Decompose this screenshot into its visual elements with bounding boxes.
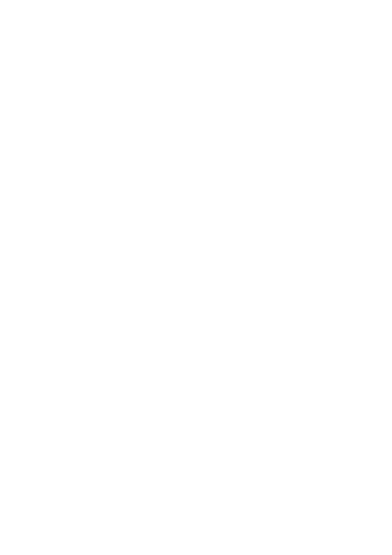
option-c <box>40 65 352 81</box>
option-b <box>40 48 352 64</box>
document-content <box>40 48 352 81</box>
